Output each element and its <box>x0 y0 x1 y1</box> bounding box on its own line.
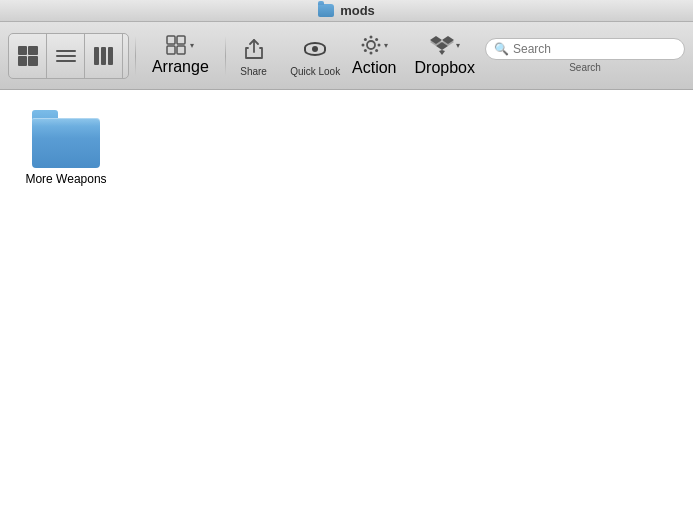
list-icon <box>56 50 76 62</box>
dropbox-dropdown-arrow: ▾ <box>456 41 460 50</box>
svg-point-7 <box>362 44 365 47</box>
svg-rect-0 <box>167 36 175 44</box>
search-icon: 🔍 <box>494 42 509 56</box>
folder-item-more-weapons[interactable]: More Weapons <box>16 106 116 192</box>
search-wrapper: 🔍 Search <box>485 38 685 73</box>
svg-point-8 <box>378 44 381 47</box>
svg-marker-18 <box>439 50 445 55</box>
action-button[interactable]: ▾ Action <box>344 30 404 82</box>
toolbar: ▾ Arrange Share Quick Look <box>0 22 693 90</box>
dropbox-icon <box>430 34 454 56</box>
grid-icon <box>18 46 38 66</box>
arrange-icon-group: ▾ <box>166 35 194 55</box>
view-icon-btn[interactable] <box>9 34 47 78</box>
gear-icon <box>360 34 382 56</box>
svg-rect-1 <box>167 46 175 54</box>
search-input[interactable] <box>513 42 676 56</box>
action-dropdown-arrow: ▾ <box>384 41 388 50</box>
action-icon-group: ▾ <box>360 34 388 56</box>
arrange-button[interactable]: ▾ Arrange <box>142 30 219 82</box>
title-bar-content: mods <box>318 3 375 18</box>
svg-point-6 <box>370 52 373 55</box>
svg-point-4 <box>367 41 375 49</box>
svg-point-5 <box>370 36 373 39</box>
svg-rect-3 <box>177 46 185 54</box>
share-label: Share <box>240 66 267 77</box>
view-coverflow-btn[interactable] <box>123 34 129 78</box>
search-bar[interactable]: 🔍 <box>485 38 685 60</box>
view-list-btn[interactable] <box>47 34 85 78</box>
coverflow-icon <box>128 48 129 64</box>
content-area: More Weapons <box>0 90 693 523</box>
dropbox-label: Dropbox <box>415 59 475 77</box>
dropbox-icon-group: ▾ <box>430 34 460 56</box>
separator-1 <box>135 36 136 76</box>
view-columns-btn[interactable] <box>85 34 123 78</box>
arrange-label: Arrange <box>152 58 209 76</box>
search-label: Search <box>569 62 601 73</box>
svg-point-10 <box>375 49 378 52</box>
share-button[interactable]: Share <box>232 31 276 81</box>
svg-point-11 <box>364 49 367 52</box>
arrange-icon <box>166 35 188 55</box>
folder-icon <box>32 110 100 168</box>
view-segmented-control[interactable] <box>8 33 129 79</box>
title-bar: mods <box>0 0 693 22</box>
folder-name: More Weapons <box>25 172 106 188</box>
svg-rect-2 <box>177 36 185 44</box>
dropbox-button[interactable]: ▾ Dropbox <box>407 30 483 82</box>
svg-point-9 <box>364 38 367 41</box>
quicklook-button[interactable]: Quick Look <box>288 31 342 81</box>
window-title: mods <box>340 3 375 18</box>
quicklook-icon <box>304 35 326 63</box>
action-label: Action <box>352 59 396 77</box>
columns-icon <box>94 47 114 65</box>
title-folder-icon <box>318 4 334 17</box>
arrange-dropdown-arrow: ▾ <box>190 41 194 50</box>
share-icon <box>244 35 264 63</box>
separator-3 <box>282 36 283 76</box>
svg-point-12 <box>375 38 378 41</box>
separator-2 <box>225 36 226 76</box>
quicklook-label: Quick Look <box>290 66 340 77</box>
